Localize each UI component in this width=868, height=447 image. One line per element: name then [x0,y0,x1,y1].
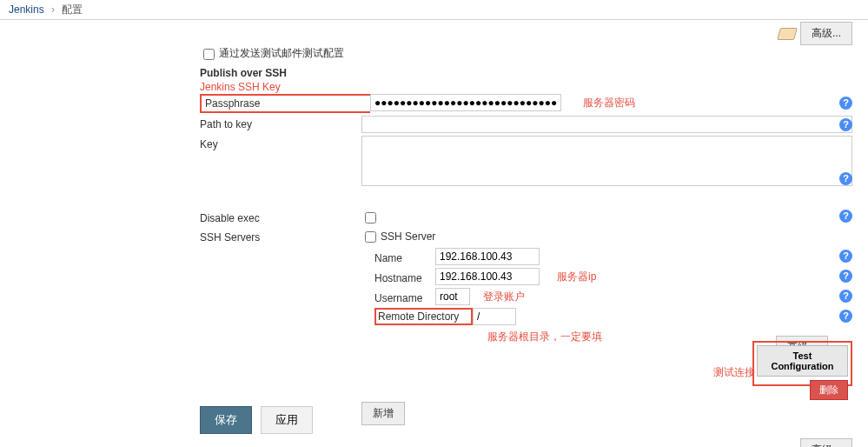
disable-exec-checkbox[interactable] [365,212,376,224]
mail-test-checkbox[interactable] [203,49,215,60]
add-button[interactable]: 新增 [361,402,405,425]
remote-dir-input[interactable] [473,308,516,325]
path-to-key-label: Path to key [200,116,361,130]
username-label: Username [374,290,435,304]
help-icon[interactable]: ? [839,118,852,131]
test-note: 测试连接 [713,365,755,380]
advanced-button-bottom[interactable]: 高级... [800,438,852,447]
username-note: 登录账户 [483,290,525,304]
passphrase-label: Passphrase [200,94,370,113]
passphrase-note: 服务器密码 [583,96,635,110]
help-icon[interactable]: ? [839,290,852,303]
ssh-servers-label: SSH Servers [200,229,361,244]
test-configuration-button[interactable]: Test Configuration [757,345,848,377]
remote-dir-label: Remote Directory [374,308,473,325]
hostname-note: 服务器ip [557,270,596,284]
advanced-button-top[interactable]: 高级... [800,22,852,45]
name-label: Name [374,250,435,264]
ssh-server-checkbox[interactable] [365,231,376,243]
mail-test-label: 通过发送测试邮件测试配置 [219,46,344,61]
hostname-label: Hostname [374,270,435,284]
jenkins-ssh-key-title: Jenkins SSH Key [200,81,852,93]
delete-button[interactable]: 删除 [810,380,848,400]
key-textarea[interactable] [361,136,852,186]
help-icon[interactable]: ? [839,250,852,263]
help-icon[interactable]: ? [839,210,852,223]
eraser-icon [777,28,798,40]
name-input[interactable] [435,248,540,265]
save-button[interactable]: 保存 [200,406,252,434]
disable-exec-label: Disable exec [200,210,361,224]
help-icon[interactable]: ? [839,270,852,283]
ssh-server-label: SSH Server [381,230,435,243]
key-label: Key [200,136,361,150]
breadcrumb-page: 配置 [62,3,83,16]
breadcrumb-root[interactable]: Jenkins [9,3,44,16]
publish-ssh-title: Publish over SSH [200,67,852,79]
path-to-key-input[interactable] [361,116,852,133]
help-icon[interactable]: ? [839,97,852,110]
help-icon[interactable]: ? [839,310,852,323]
passphrase-input[interactable] [370,94,561,111]
username-input[interactable] [435,288,470,305]
breadcrumb-sep: › [51,3,55,16]
help-icon[interactable]: ? [839,172,852,185]
hostname-input[interactable] [435,268,540,285]
apply-button[interactable]: 应用 [261,406,313,434]
breadcrumb: Jenkins › 配置 [0,0,868,20]
